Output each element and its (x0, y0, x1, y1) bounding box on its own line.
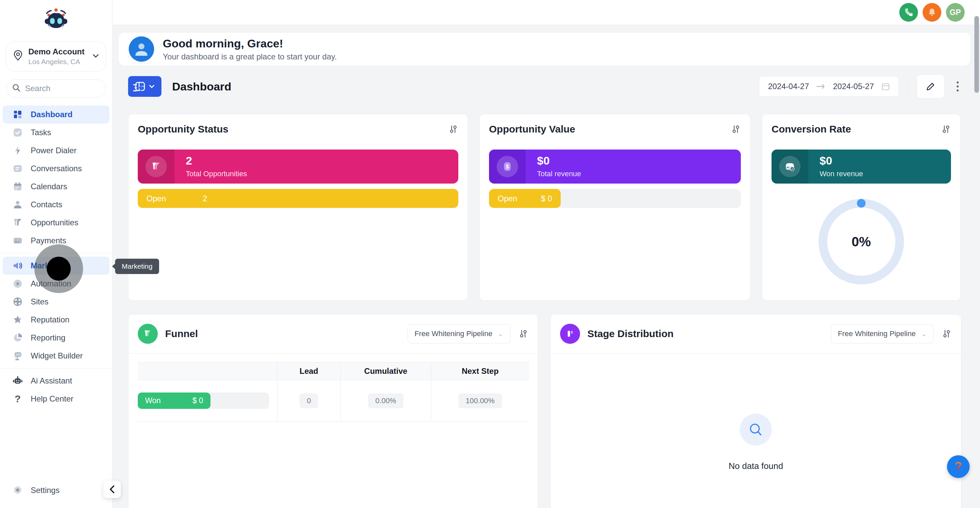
sidebar-item-widget-builder[interactable]: Widget Builder (3, 347, 110, 365)
user-initials: GP (950, 8, 961, 17)
sidebar-item-tasks[interactable]: Tasks (3, 123, 110, 142)
sidebar-item-power-dialer[interactable]: Power Dialer (3, 142, 110, 160)
funnel-icon (145, 156, 167, 177)
stage-label: Won (145, 396, 161, 405)
sidebar-item-settings[interactable]: Settings (3, 481, 110, 499)
stage-distribution-widget-icon (560, 324, 580, 344)
funnel-card: Funnel Free Whitening Pipeline ⌄ Lead Cu… (128, 314, 538, 508)
sidebar-item-reporting[interactable]: Reporting (3, 329, 110, 347)
won-revenue-banner: $0 Won revenue (772, 150, 951, 184)
help-floating-button[interactable]: ? (947, 455, 970, 478)
sidebar-item-conversations[interactable]: Conversations (3, 160, 110, 177)
won-bar[interactable]: Won $ 0 (138, 393, 210, 409)
conversion-percent: 0% (819, 199, 904, 284)
sidebar-item-calendars[interactable]: Calendars (3, 177, 110, 196)
cursor-click-indicator (47, 257, 71, 281)
location-pin-icon (12, 50, 24, 63)
dollar-icon: $ (497, 156, 518, 177)
sidebar-item-contacts[interactable]: Contacts (3, 196, 110, 214)
wallet-check-icon (779, 156, 800, 177)
funnel-row-cumulative: 0.00% (340, 380, 431, 422)
conversations-icon (11, 162, 24, 175)
widget-settings-icon[interactable] (519, 329, 528, 339)
sidebar-item-dashboard[interactable]: Dashboard (3, 105, 110, 123)
greeting-title: Good morning, Grace! (163, 37, 337, 50)
widget-settings-icon[interactable] (448, 124, 458, 134)
date-range-picker[interactable]: 2024-04-27 2024-05-27 (759, 76, 899, 97)
total-opportunities-banner: 2 Total Opportunities (138, 150, 458, 184)
sidebar-item-help-center[interactable]: ? Help Center (3, 390, 110, 408)
chevron-down-icon (92, 52, 100, 61)
sidebar-item-label: Power Dialer (31, 146, 76, 155)
total-revenue-banner: $ $0 Total revenue (489, 150, 741, 184)
pipeline-value: Free Whitening Pipeline (415, 329, 493, 338)
sidebar-item-label: Contacts (31, 200, 62, 209)
widget-settings-icon[interactable] (942, 329, 951, 339)
opportunity-status-card: Opportunity Status 2 Total Opportunities… (128, 114, 468, 301)
sidebar-item-label: Widget Builder (31, 351, 83, 361)
marketing-icon (11, 259, 24, 272)
sidebar-item-label: Calendars (31, 182, 67, 191)
user-avatar[interactable]: GP (946, 3, 965, 22)
help-center-icon: ? (11, 393, 24, 405)
card-title: Opportunity Status (138, 123, 229, 135)
svg-text:$: $ (506, 164, 509, 169)
sidebar-item-ai-assistant[interactable]: Ai Assistant (3, 372, 110, 390)
sidebar-item-opportunities[interactable]: Opportunities (3, 214, 110, 232)
sidebar-collapse-button[interactable] (103, 481, 121, 498)
sidebar-item-label: Ai Assistant (31, 376, 72, 385)
sidebar-item-label: Help Center (31, 394, 73, 404)
open-label: Open (498, 194, 517, 203)
funnel-col-lead: Lead (277, 362, 340, 380)
scrollbar-track[interactable] (970, 25, 980, 508)
app-logo (0, 0, 112, 34)
account-name: Demo Account (29, 47, 87, 56)
open-status-bar: Open 2 (138, 189, 458, 208)
arrow-right-icon (816, 83, 826, 90)
nav-divider (0, 368, 112, 369)
card-title: Conversion Rate (772, 123, 851, 135)
phone-button[interactable] (899, 3, 918, 22)
sidebar-item-sites[interactable]: Sites (3, 293, 110, 311)
widget-settings-icon[interactable] (941, 124, 951, 134)
card-title: Opportunity Value (489, 123, 575, 135)
card-divider (129, 353, 538, 353)
scrollbar-thumb[interactable] (974, 16, 979, 93)
stage-pipeline-select[interactable]: Free Whitening Pipeline ⌄ (831, 324, 934, 343)
no-data-search-icon (740, 414, 772, 446)
sidebar-bottom: Settings (0, 481, 112, 508)
total-revenue-label: Total revenue (537, 169, 581, 178)
greeting-text: Good morning, Grace! Your dashboard is a… (163, 37, 337, 61)
sidebar-item-reputation[interactable]: Reputation (3, 311, 110, 329)
payments-icon (11, 234, 24, 247)
topbar: GP (112, 0, 980, 25)
card-divider (551, 353, 961, 353)
quick-action-bolt-icon[interactable] (132, 82, 146, 95)
total-opportunities-label: Total Opportunities (186, 169, 247, 178)
reputation-icon (11, 313, 24, 326)
greeting-avatar (129, 37, 154, 62)
account-switcher[interactable]: Demo Account Los Angeles, CA (6, 42, 106, 72)
search-input[interactable] (25, 84, 129, 93)
widget-settings-icon[interactable] (731, 124, 741, 134)
date-end: 2024-05-27 (833, 82, 874, 91)
funnel-pipeline-select[interactable]: Free Whitening Pipeline ⌄ (407, 324, 510, 343)
stage-amount: $ 0 (192, 396, 203, 405)
settings-icon (11, 484, 24, 497)
total-revenue-value: $0 (537, 155, 581, 166)
search-bar[interactable] (6, 80, 106, 97)
funnel-row-next-step: 100.00% (431, 380, 529, 422)
sidebar-item-label: Settings (31, 486, 60, 495)
opportunities-icon (11, 216, 24, 229)
chevron-down-icon (148, 83, 155, 90)
more-options-button[interactable] (954, 79, 961, 94)
main-content: Good morning, Grace! Your dashboard is a… (112, 25, 980, 508)
funnel-col-next-step: Next Step (431, 362, 529, 380)
dashboard-toolbar: Dashboard 2024-04-27 2024-05-27 (128, 76, 961, 97)
notifications-button[interactable] (923, 3, 941, 22)
open-value: $ 0 (541, 194, 552, 203)
sites-icon (11, 296, 24, 308)
edit-dashboard-button[interactable] (916, 74, 945, 99)
sidebar-item-label: Tasks (31, 128, 51, 137)
account-location: Los Angeles, CA (29, 58, 87, 66)
